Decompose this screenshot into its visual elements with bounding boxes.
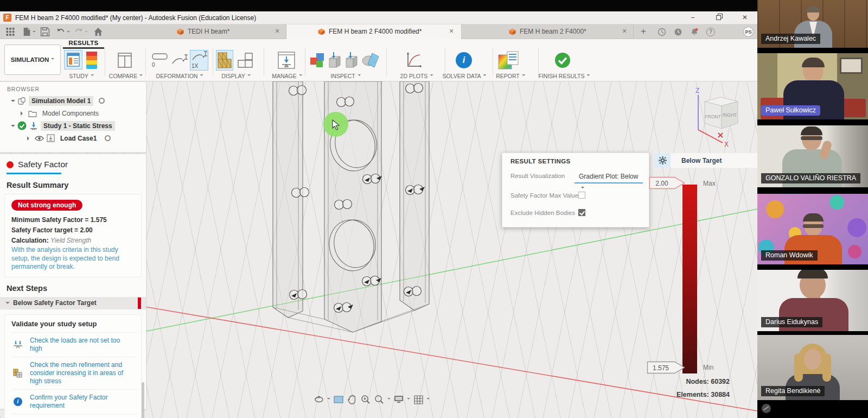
- group-label-compare[interactable]: COMPARE: [109, 73, 143, 79]
- fit-caret[interactable]: [387, 398, 391, 401]
- help-icon[interactable]: ?: [706, 28, 715, 36]
- group-label-inspect[interactable]: INSPECT: [330, 73, 361, 79]
- orbit-icon[interactable]: [314, 394, 324, 405]
- tab-fem-h-beam-modified[interactable]: FEM H beam 2 F4000 modified* ✕: [286, 24, 462, 39]
- tab-tedi-h-beam[interactable]: TEDI H beam* ✕: [163, 24, 286, 39]
- grid-settings-icon[interactable]: [413, 394, 424, 405]
- group-label-display[interactable]: DISPLAY: [221, 73, 251, 79]
- inspect-point-xyz-icon[interactable]: [327, 50, 342, 71]
- chevron-right-icon[interactable]: [27, 136, 31, 141]
- list-item[interactable]: Check the loads are not set too high: [11, 332, 138, 357]
- group-label-report[interactable]: REPORT: [496, 73, 525, 79]
- result-type-title[interactable]: Safety Factor: [18, 160, 68, 169]
- participant-video[interactable]: Darius Eidukynas: [757, 270, 868, 331]
- undo-icon[interactable]: [56, 27, 66, 36]
- workspace-selector[interactable]: SIMULATION: [4, 45, 61, 75]
- participant-video[interactable]: Regita Bendikienė: [757, 335, 868, 400]
- save-icon[interactable]: [40, 27, 50, 36]
- tab-close-icon[interactable]: ✕: [448, 28, 455, 35]
- group-label-2d-plots[interactable]: 2D PLOTS: [400, 73, 433, 79]
- maximize-button[interactable]: [713, 12, 725, 23]
- file-menu-caret[interactable]: [33, 31, 36, 34]
- chevron-right-icon[interactable]: [21, 111, 25, 116]
- fit-icon[interactable]: [374, 394, 385, 405]
- job-status-icon[interactable]: [658, 28, 666, 36]
- chevron-down-icon[interactable]: [11, 100, 15, 104]
- result-visualization-dropdown[interactable]: Gradient Plot: Below: [575, 170, 643, 182]
- group-label-manage[interactable]: MANAGE: [272, 73, 302, 79]
- viewport-canvas[interactable]: RESULT SETTINGS Result Visualization Gra…: [0, 81, 757, 418]
- ribbon-tab-results[interactable]: RESULTS: [64, 40, 103, 46]
- finish-results-icon[interactable]: [554, 52, 571, 68]
- display-settings-icon[interactable]: [393, 394, 404, 405]
- manage-icon[interactable]: [277, 50, 296, 70]
- deformation-scaled-icon[interactable]: 1X: [190, 50, 208, 71]
- close-window-button[interactable]: ✕: [739, 12, 751, 23]
- group-label-solver-data[interactable]: SOLVER DATA: [442, 73, 486, 79]
- display-settings-caret[interactable]: [407, 398, 410, 401]
- group-label-study[interactable]: STUDY: [69, 73, 94, 79]
- notifications-bell-icon[interactable]: [690, 28, 699, 36]
- tab-close-icon[interactable]: ✕: [621, 28, 628, 35]
- eye-icon[interactable]: [35, 135, 44, 142]
- study-results-gradient-icon[interactable]: [86, 51, 98, 69]
- legend-min-pointer[interactable]: 1.575: [647, 360, 688, 375]
- group-label-deformation[interactable]: DEFORMATION: [156, 73, 203, 79]
- list-item[interactable]: If the Displacement result shows high di…: [11, 414, 138, 418]
- file-menu-icon[interactable]: [22, 27, 31, 36]
- deformation-actual-icon[interactable]: [171, 52, 188, 68]
- tree-item-simulation-model[interactable]: Simulation Model 1: [0, 94, 146, 107]
- undo-caret[interactable]: [67, 31, 70, 34]
- visibility-radio-icon[interactable]: [99, 98, 105, 104]
- new-tab-button[interactable]: +: [638, 26, 649, 37]
- zoom-icon[interactable]: [360, 394, 371, 405]
- redo-caret[interactable]: [85, 31, 88, 34]
- panel-scrollbar[interactable]: [142, 382, 144, 418]
- visibility-radio-icon[interactable]: [105, 135, 111, 141]
- inspect-legend-icon[interactable]: [309, 51, 326, 69]
- study-browser-icon[interactable]: [64, 50, 82, 69]
- inspect-probe-icon[interactable]: [344, 50, 359, 71]
- look-at-icon[interactable]: [333, 394, 344, 405]
- display-mesh-icon[interactable]: [216, 50, 233, 71]
- chevron-down-icon[interactable]: [5, 302, 10, 306]
- display-faces-icon[interactable]: [237, 51, 254, 69]
- chevron-down-icon[interactable]: [11, 125, 15, 129]
- list-item[interactable]: Check the mesh refinement and consider i…: [11, 357, 138, 389]
- tab-fem-h-beam[interactable]: FEM H beam 2 F4000* ✕: [462, 24, 634, 39]
- next-steps-group-header[interactable]: Below Safety Factor Target: [0, 297, 146, 309]
- tree-item-label[interactable]: Model Components: [40, 109, 101, 118]
- report-icon[interactable]: [497, 50, 519, 70]
- inspect-slice-plane-icon[interactable]: [361, 51, 380, 69]
- redo-icon[interactable]: [74, 27, 84, 36]
- tree-item-label[interactable]: Simulation Model 1: [29, 96, 93, 106]
- tree-item-model-components[interactable]: Model Components: [0, 107, 146, 119]
- legend-gradient-bar[interactable]: [682, 185, 697, 373]
- deformation-undeformed-icon[interactable]: 0: [151, 52, 168, 68]
- group-label-finish-results[interactable]: FINISH RESULTS: [539, 73, 590, 79]
- tree-item-label[interactable]: Load Case1: [58, 134, 99, 143]
- tab-close-icon[interactable]: ✕: [273, 28, 281, 35]
- grid-settings-caret[interactable]: [426, 398, 430, 401]
- pan-icon[interactable]: [347, 394, 358, 405]
- participant-video[interactable]: Andrzej Kawalec: [757, 0, 868, 48]
- solver-data-icon[interactable]: i: [456, 52, 472, 68]
- view-cube[interactable]: Z X FRONT RIGHT: [690, 84, 747, 148]
- list-item[interactable]: i Confirm your Safety Factor requirement: [11, 389, 138, 414]
- tree-item-label[interactable]: Study 1 - Static Stress: [41, 121, 115, 131]
- orbit-caret[interactable]: [327, 398, 330, 401]
- 2d-plots-icon[interactable]: [405, 51, 422, 69]
- legend-settings-button[interactable]: [654, 154, 671, 167]
- exclude-hidden-bodies-checkbox[interactable]: [578, 209, 585, 216]
- compare-icon[interactable]: [117, 51, 133, 69]
- participant-video[interactable]: GONZALO VALIÑO RIESTRA: [757, 125, 868, 187]
- participant-video[interactable]: Roman Wdowik: [757, 194, 868, 264]
- minimize-button[interactable]: –: [687, 12, 699, 23]
- tree-item-load-case[interactable]: Load Case1: [0, 132, 146, 144]
- safety-factor-max-checkbox[interactable]: [578, 192, 585, 199]
- clock-icon[interactable]: [674, 28, 682, 36]
- user-avatar[interactable]: PS: [743, 27, 754, 37]
- tree-item-study[interactable]: Study 1 - Static Stress: [0, 119, 146, 132]
- participant-video[interactable]: Paweł Sułkowicz: [757, 53, 868, 119]
- home-icon[interactable]: [93, 27, 103, 36]
